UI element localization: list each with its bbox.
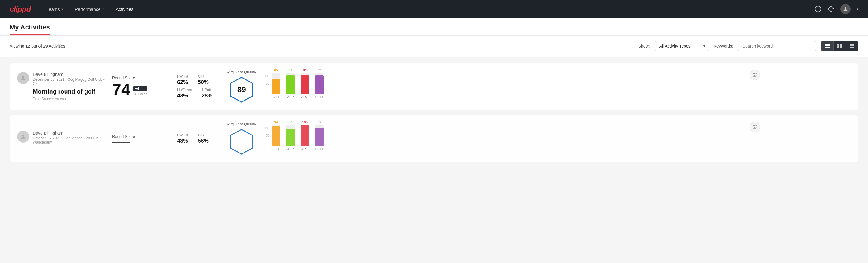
- svg-point-17: [22, 76, 24, 78]
- stat-fw-hit: FW Hit 62%: [177, 74, 188, 85]
- 1putt-label: 1 Putt: [202, 88, 212, 92]
- bar-arg-label: 89: [303, 68, 307, 72]
- bar-ott-2: 94 OTT: [272, 120, 280, 151]
- bar-ott-2-container: [272, 125, 280, 146]
- chart-y-100: 100: [262, 75, 270, 78]
- card-user-section: Dave Billingham October 16, 2021 · Gog M…: [17, 130, 107, 147]
- user-date: October 16, 2021 · Gog Magog Golf Club -…: [33, 136, 107, 144]
- bar-arg-2-fill: [301, 125, 309, 146]
- 1putt-value: 28%: [202, 93, 212, 99]
- bar-ott-2-label: 94: [274, 120, 278, 124]
- grid-view-button[interactable]: [834, 41, 846, 51]
- stat-1putt: 1 Putt 28%: [202, 88, 212, 99]
- gir-label: GIR: [198, 133, 209, 137]
- score-row: 74 +4 18 Holes: [112, 81, 172, 97]
- bar-app-x-label: APP: [287, 95, 294, 99]
- bar-arg-2-x-label: ARG: [301, 147, 309, 151]
- chart-y-0: 0: [262, 89, 270, 93]
- fw-hit-value: 43%: [177, 138, 188, 144]
- svg-rect-13: [850, 46, 851, 46]
- user-date: December 05, 2021 · Gog Magog Golf Club …: [33, 77, 107, 86]
- stats-section: FW Hit 62% GIR 50% Up/Down 43% 1 Putt 28…: [177, 74, 222, 99]
- bar-chart: 85 OTT 90 APP: [262, 75, 324, 99]
- avatar: [17, 130, 29, 143]
- bar-app-2-container: [286, 125, 295, 146]
- svg-rect-11: [850, 44, 851, 45]
- add-icon-button[interactable]: [814, 5, 822, 12]
- card-user-info: Dave Billingham December 05, 2021 · Gog …: [33, 72, 107, 101]
- bar-chart-2: 94 OTT 82 APP: [262, 127, 324, 151]
- bar-app: 90 APP: [286, 68, 295, 99]
- performance-chevron-icon: ▾: [102, 7, 104, 11]
- score-placeholder: [112, 142, 130, 143]
- bar-putt-2-fill: [315, 127, 323, 145]
- svg-rect-5: [825, 46, 830, 46]
- bar-putt-2-container: [315, 125, 323, 146]
- svg-rect-15: [850, 47, 851, 48]
- bar-ott-fill: [272, 80, 280, 93]
- edit-button[interactable]: [750, 70, 760, 80]
- hexagon: 89: [228, 76, 255, 103]
- activity-type-select-wrapper: All Activity Types ▾: [655, 41, 709, 51]
- viewing-text: Viewing 12 out of 29 Activities: [10, 43, 65, 49]
- page-header: My Activities: [0, 18, 868, 35]
- bar-putt-x-label: PUTT: [315, 95, 324, 99]
- stat-updown: Up/Down 43%: [177, 88, 192, 99]
- keywords-label: Keywords:: [714, 43, 733, 49]
- activity-card: Dave Billingham December 05, 2021 · Gog …: [10, 63, 858, 110]
- nav-performance[interactable]: Performance ▾: [74, 4, 105, 14]
- show-label: Show:: [638, 43, 650, 49]
- hexagon: [228, 128, 255, 155]
- avg-shot-quality-label: Avg Shot Quality: [227, 122, 256, 126]
- bar-arg-2-label: 106: [302, 120, 307, 124]
- svg-rect-9: [837, 46, 839, 49]
- user-avatar[interactable]: [840, 4, 850, 14]
- bar-app-2-label: 82: [288, 120, 292, 124]
- refresh-icon-button[interactable]: [828, 6, 834, 12]
- activity-type-select[interactable]: All Activity Types: [655, 41, 709, 51]
- svg-marker-20: [230, 129, 253, 154]
- svg-rect-14: [851, 46, 855, 46]
- stats-section: FW Hit 43% GIR 56%: [177, 133, 222, 144]
- stat-gir: GIR 50%: [198, 74, 209, 85]
- bar-app-2-fill: [286, 129, 295, 146]
- stat-pair-1: FW Hit 43% GIR 56%: [177, 133, 222, 144]
- nav-icons: ▾: [814, 4, 858, 14]
- chart-wrapper: 100 50 0 85 OTT: [262, 75, 324, 99]
- score-badge: +4: [133, 86, 147, 91]
- shot-quality-section: Avg Shot Quality 100 50 0: [227, 122, 745, 155]
- bar-ott-2-x-label: OTT: [273, 147, 279, 151]
- filter-bar: Viewing 12 out of 29 Activities Show: Al…: [0, 35, 868, 57]
- nav-activities[interactable]: Activities: [115, 4, 135, 14]
- card-user-section: Dave Billingham December 05, 2021 · Gog …: [17, 72, 107, 101]
- svg-rect-7: [837, 43, 839, 46]
- stat-fw-hit: FW Hit 43%: [177, 133, 188, 144]
- bar-app-2-x-label: APP: [287, 147, 294, 151]
- round-score-label: Round Score: [112, 76, 172, 80]
- bar-ott: 85 OTT: [272, 68, 280, 99]
- activities-list: Dave Billingham December 05, 2021 · Gog …: [0, 57, 868, 173]
- stat-pair-2: Up/Down 43% 1 Putt 28%: [177, 88, 222, 99]
- bar-ott-container: [272, 73, 280, 94]
- chart-y-50: 50: [262, 82, 270, 85]
- list-detailed-view-button[interactable]: [846, 41, 858, 51]
- bar-arg: 89 ARG: [301, 68, 309, 99]
- round-score-section: Round Score: [112, 134, 172, 143]
- stat-pair-1: FW Hit 62% GIR 50%: [177, 74, 222, 85]
- nav-teams[interactable]: Teams ▾: [45, 4, 64, 14]
- card-user-info: Dave Billingham October 16, 2021 · Gog M…: [33, 130, 107, 147]
- bar-app-container: [286, 73, 295, 94]
- fw-hit-label: FW Hit: [177, 133, 188, 137]
- keyword-search-input[interactable]: [738, 41, 816, 51]
- edit-button-2[interactable]: [750, 122, 760, 132]
- round-score-label: Round Score: [112, 134, 172, 139]
- avatar: [17, 72, 29, 84]
- user-menu-chevron-icon[interactable]: ▾: [857, 7, 858, 11]
- view-toggle: [821, 41, 858, 51]
- stat-gir: GIR 56%: [198, 133, 209, 144]
- list-compact-view-button[interactable]: [822, 41, 834, 51]
- hexagon-wrapper: Avg Shot Quality: [227, 122, 256, 155]
- bar-putt-fill: [315, 75, 323, 94]
- svg-rect-16: [851, 47, 855, 48]
- bar-ott-2-fill: [272, 126, 280, 146]
